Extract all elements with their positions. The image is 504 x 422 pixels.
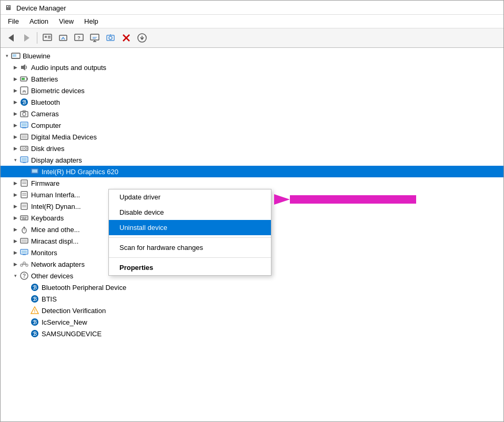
toggle-monitors[interactable]: ▶ (11, 248, 19, 257)
tree-cameras[interactable]: ▶ Cameras (1, 108, 503, 119)
title-bar-text: Device Manager (16, 4, 66, 12)
display-button[interactable] (87, 31, 102, 45)
forward-button[interactable] (19, 31, 34, 45)
firmware-label: Firmware (31, 179, 59, 187)
bt-peripheral-icon: ℬ (30, 283, 39, 292)
toggle-root[interactable]: ▾ (3, 52, 11, 60)
svg-rect-35 (22, 123, 27, 126)
toggle-display[interactable]: ▾ (11, 156, 19, 164)
tree-root[interactable]: ▾ Bluewine (1, 50, 503, 62)
ctx-scan-hardware[interactable]: Scan for hardware changes (109, 240, 271, 255)
toggle-network[interactable]: ▶ (11, 260, 19, 268)
bluetooth-icon: ℬ (19, 97, 29, 107)
svg-marker-24 (21, 64, 25, 71)
properties-button[interactable] (40, 31, 55, 45)
svg-rect-70 (22, 250, 27, 253)
download-button[interactable] (135, 31, 149, 45)
hid-label: Human Interfa... (31, 191, 80, 199)
tree-detection[interactable]: ! Detection Verification (1, 305, 503, 316)
disk-label: Disk drives (31, 145, 65, 153)
digital-icon (19, 132, 29, 142)
menu-action[interactable]: Action (24, 16, 54, 27)
svg-text:ℬ: ℬ (33, 285, 37, 290)
tree-btis[interactable]: ℬ BTIS (1, 293, 503, 305)
svg-rect-73 (21, 264, 23, 266)
ctx-update-driver[interactable]: Update driver (109, 189, 271, 205)
toggle-mice[interactable]: ▶ (11, 225, 19, 234)
tree-icservice[interactable]: ℬ IcService_New (1, 316, 503, 328)
btis-label: BTIS (42, 295, 57, 303)
svg-rect-2 (43, 34, 52, 41)
toggle-computer[interactable]: ▶ (11, 121, 19, 129)
tree-digital[interactable]: ▶ Digital Media Devices (1, 131, 503, 143)
tree-bluetooth[interactable]: ▶ ℬ Bluetooth (1, 96, 503, 108)
svg-text:ℬ: ℬ (33, 296, 37, 302)
toggle-disk[interactable]: ▶ (11, 144, 19, 153)
icservice-label: IcService_New (42, 318, 87, 326)
tree-display[interactable]: ▾ Display adapters (1, 154, 503, 166)
menu-bar: File Action View Help (1, 15, 503, 28)
toolbar-separator-1 (37, 32, 37, 44)
tree-firmware[interactable]: ▶ Firmware (1, 177, 503, 189)
toggle-bt-peripheral (22, 283, 30, 292)
content-area[interactable]: ▾ Bluewine ▶ (1, 48, 503, 421)
svg-rect-27 (22, 78, 25, 80)
scan-button[interactable] (103, 31, 118, 45)
toggle-other[interactable]: ▾ (11, 272, 19, 280)
menu-file[interactable]: File (3, 16, 24, 27)
toggle-batteries[interactable]: ▶ (11, 75, 19, 83)
intel-hd-label: Intel(R) HD Graphics 620 (42, 168, 118, 176)
network-icon (19, 259, 29, 269)
tree-intel-hd[interactable]: Intel(R) HD Graphics 620 (1, 166, 503, 177)
icservice-icon: ℬ (30, 317, 39, 327)
svg-rect-26 (27, 78, 28, 80)
svg-point-42 (25, 147, 27, 149)
ctx-separator-2 (109, 257, 271, 258)
svg-rect-74 (23, 262, 25, 264)
ctx-separator (109, 237, 271, 238)
svg-rect-61 (25, 217, 26, 218)
toggle-biometric[interactable]: ▶ (11, 86, 19, 95)
toggle-hid[interactable]: ▶ (11, 190, 19, 199)
svg-rect-22 (13, 54, 16, 57)
tree-disk[interactable]: ▶ Disk drives (1, 143, 503, 154)
toggle-btis (22, 295, 30, 303)
svg-rect-63 (22, 218, 26, 219)
tree-biometric[interactable]: ▶ Biometric devices (1, 85, 503, 96)
toggle-cameras[interactable]: ▶ (11, 109, 19, 118)
tree-batteries[interactable]: ▶ Batteries (1, 73, 503, 85)
update-driver-button[interactable] (56, 31, 70, 45)
toggle-miracast[interactable]: ▶ (11, 237, 19, 245)
svg-rect-49 (21, 180, 27, 186)
toggle-digital[interactable]: ▶ (11, 133, 19, 141)
svg-rect-41 (22, 147, 24, 150)
svg-rect-68 (22, 239, 27, 242)
batteries-icon (19, 74, 29, 84)
toggle-keyboards[interactable]: ▶ (11, 214, 19, 222)
tree-computer[interactable]: ▶ Computer (1, 119, 503, 131)
uninstall-button[interactable] (119, 31, 134, 45)
disk-icon (19, 144, 29, 153)
audio-icon (19, 63, 29, 72)
tree-samsung[interactable]: ℬ SAMSUNGDEVICE (1, 328, 503, 339)
menu-view[interactable]: View (54, 16, 79, 27)
svg-rect-62 (26, 217, 27, 218)
toggle-intel-dyn[interactable]: ▶ (11, 202, 19, 210)
back-button[interactable] (4, 31, 18, 45)
menu-help[interactable]: Help (79, 16, 104, 27)
bt-peripheral-label: Bluetooth Peripheral Device (42, 284, 126, 292)
toggle-bluetooth[interactable]: ▶ (11, 98, 19, 106)
tree-bt-peripheral[interactable]: ℬ Bluetooth Peripheral Device (1, 282, 503, 293)
other-label: Other devices (31, 272, 73, 280)
ctx-uninstall-device[interactable]: Uninstall device (109, 220, 271, 235)
svg-rect-58 (21, 216, 28, 220)
ctx-properties[interactable]: Properties (109, 260, 271, 275)
toggle-samsung (22, 329, 30, 338)
help-button[interactable]: ? (72, 31, 86, 45)
tree-audio[interactable]: ▶ Audio inputs and outputs (1, 62, 503, 73)
toggle-firmware[interactable]: ▶ (11, 179, 19, 187)
toggle-audio[interactable]: ▶ (11, 63, 19, 72)
ctx-disable-device[interactable]: Disable device (109, 205, 271, 220)
svg-rect-48 (32, 169, 37, 173)
title-bar-icon: 🖥 (5, 4, 13, 12)
